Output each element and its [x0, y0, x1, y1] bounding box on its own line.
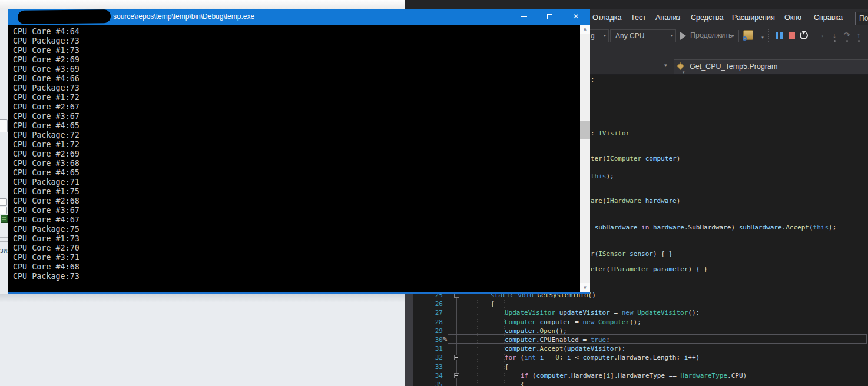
thumbnail-icon — [1, 215, 8, 223]
console-drop-shadow — [0, 294, 406, 302]
step-out-button[interactable]: ↑ — [854, 31, 863, 40]
breakpoint-window-icon[interactable] — [743, 30, 753, 40]
console-line: CPU Core #3:69 — [13, 65, 79, 74]
minimize-button[interactable] — [512, 9, 536, 25]
console-title: source\repos\temp\temp\bin\Debug\temp.ex… — [113, 9, 254, 25]
continue-play-icon — [680, 32, 686, 40]
line-number: 33 — [424, 362, 443, 371]
toolbar-separator — [814, 30, 814, 42]
menu-item-7[interactable]: Справка — [814, 11, 843, 24]
scroll-up-arrow[interactable]: ∧ — [580, 25, 590, 34]
code-line: computer.Accept(updateVisitor); — [505, 344, 625, 353]
chevron-down-icon[interactable]: ▾ — [664, 62, 667, 68]
restart-button[interactable] — [800, 31, 808, 39]
console-line: CPU Core #4:64 — [13, 27, 79, 36]
toolbar-separator — [738, 30, 739, 42]
redaction-blob — [18, 9, 111, 24]
fold-collapse-box[interactable] — [454, 355, 459, 360]
console-line: CPU Core #4:65 — [13, 121, 79, 131]
show-next-statement-button[interactable]: → — [816, 31, 826, 40]
menu-item-3[interactable]: Анализ — [655, 11, 680, 24]
step-into-button[interactable]: ↓ — [830, 31, 839, 40]
console-line: CPU Core #1:72 — [13, 140, 79, 149]
code-editor-right-region[interactable]: ;: IVisitorter(IComputer computer)this);… — [589, 75, 868, 294]
code-line: for (int i = 0; i < computer.Hardware.Le… — [505, 353, 700, 362]
console-line: CPU Core #1:73 — [13, 46, 79, 55]
console-line: CPU Package:75 — [13, 225, 79, 234]
continue-button[interactable]: Продолжить — [690, 31, 732, 39]
menu-item-1[interactable]: Отладка — [592, 11, 621, 24]
code-line: { — [505, 362, 509, 371]
console-text: CPU Core #4:64CPU Package:73CPU Core #1:… — [13, 27, 79, 281]
console-line: CPU Core #3:67 — [13, 112, 79, 121]
code-line: ter(IComputer computer) — [591, 154, 680, 163]
line-number: 30 — [424, 335, 443, 344]
code-line: { — [521, 380, 525, 386]
scrollbar[interactable]: ∧ ∨ — [580, 25, 590, 292]
console-line: CPU Package:73 — [13, 36, 79, 46]
console-line: CPU Core #4:65 — [13, 168, 79, 178]
console-line: CPU Core #1:73 — [13, 234, 79, 244]
console-output[interactable]: CPU Core #4:64CPU Package:73CPU Core #1:… — [8, 25, 590, 292]
divider — [0, 241, 8, 242]
console-line: CPU Core #4:66 — [13, 74, 79, 84]
code-line: : IVisitor — [591, 129, 630, 138]
platform-dropdown[interactable]: Any CPU ▾ — [610, 29, 676, 42]
code-line: ; — [591, 75, 595, 84]
magnifier-icon — [743, 36, 747, 41]
divider — [0, 237, 8, 238]
step-into-dot — [834, 40, 836, 42]
pause-icon[interactable] — [780, 32, 783, 39]
code-line: if (computer.Hardware[i].HardwareType ==… — [521, 371, 747, 380]
toolbar-grip — [768, 29, 769, 43]
step-over-dot — [846, 40, 848, 42]
menu-item-2[interactable]: Тест — [631, 11, 646, 24]
menu-item-6[interactable]: Окно — [784, 11, 801, 24]
code-line: { — [491, 300, 495, 308]
toolbar-overflow-button[interactable]: = ▾ — [758, 31, 767, 39]
line-number: 29 — [424, 327, 443, 335]
console-line: CPU Core #4:67 — [13, 215, 79, 225]
background-window-titlebar — [0, 0, 406, 9]
scroll-down-arrow[interactable]: ∨ — [580, 283, 590, 292]
pause-icon[interactable] — [776, 32, 778, 39]
code-line: Computer computer = new Computer(); — [505, 318, 641, 327]
console-line: CPU Core #2:67 — [13, 102, 79, 112]
chevron-down-icon: ▾ — [604, 30, 606, 42]
scrollbar-thumb[interactable] — [580, 121, 590, 139]
line-number: 26 — [424, 300, 443, 308]
code-line: are(IHardware hardware) — [591, 197, 680, 205]
console-line: CPU Core #2:70 — [13, 244, 79, 253]
code-line: UpdateVisitor updateVisitor = new Update… — [505, 308, 700, 317]
console-line: CPU Core #2:69 — [13, 55, 79, 65]
close-button[interactable]: ✕ — [564, 9, 588, 25]
code-editor-bottom-region[interactable]: ✎ 25static void GetSystemInfo()26{27Upda… — [413, 288, 868, 386]
step-out-dot — [858, 40, 860, 42]
code-line: this); — [591, 172, 614, 181]
console-line: CPU Core #2:69 — [13, 149, 79, 159]
console-titlebar[interactable]: source\repos\temp\temp\bin\Debug\temp.ex… — [8, 9, 590, 25]
code-line: eter(IParameter parameter) { } — [591, 265, 708, 274]
console-line: CPU Core #3:68 — [13, 159, 79, 168]
menu-item-5[interactable]: Расширения — [732, 11, 775, 24]
console-line: CPU Core #2:68 — [13, 197, 79, 206]
console-line: CPU Package:73 — [13, 84, 79, 93]
line-number: 27 — [424, 308, 443, 317]
type-member-dropdown[interactable]: ▾ Get_CPU_Temp5.Program — [674, 59, 868, 74]
maximize-button[interactable] — [538, 9, 562, 25]
stop-debug-button[interactable] — [789, 32, 795, 39]
console-line: CPU Core #4:68 — [13, 262, 79, 272]
search-box[interactable]: Пои — [855, 12, 868, 25]
step-over-button[interactable]: ↷ — [842, 31, 852, 40]
chevron-down-icon: ▾ — [758, 35, 767, 39]
code-line: subHardware in hardware.SubHardware) sub… — [591, 223, 836, 232]
fold-collapse-box[interactable] — [454, 373, 459, 378]
console-line: CPU Core #1:72 — [13, 93, 79, 102]
console-line: CPU Core #1:75 — [13, 187, 79, 197]
line-number: 35 — [424, 380, 443, 386]
menu-item-4[interactable]: Средства — [691, 11, 723, 24]
line-number: 28 — [424, 318, 443, 327]
code-line: computer.CPUEnabled = true; — [505, 335, 610, 344]
chevron-down-icon[interactable]: ▾ — [731, 33, 734, 39]
vs-titlebar-strip — [405, 0, 868, 9]
